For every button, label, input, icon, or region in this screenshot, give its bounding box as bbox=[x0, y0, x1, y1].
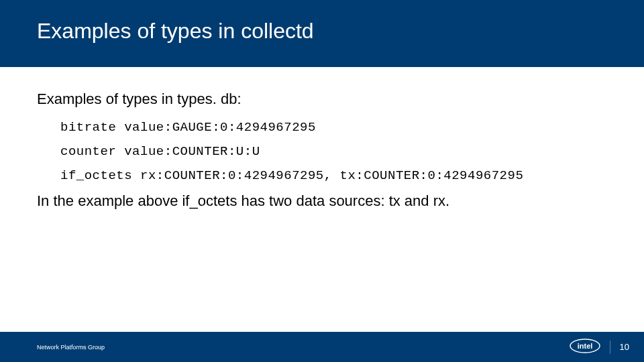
title-band: Examples of types in collectd bbox=[0, 0, 644, 67]
code-line: bitrate value:GAUGE:0:4294967295 bbox=[60, 120, 607, 135]
intel-logo-icon: intel bbox=[570, 339, 600, 356]
footer-right: intel 10 bbox=[570, 339, 644, 356]
code-line: counter value:COUNTER:U:U bbox=[60, 144, 607, 159]
code-line: if_octets rx:COUNTER:0:4294967295, tx:CO… bbox=[60, 168, 607, 183]
footer-divider bbox=[610, 341, 610, 354]
footer: Network Platforms Group intel 10 bbox=[0, 332, 644, 362]
page-number: 10 bbox=[620, 342, 629, 352]
explanation-text: In the example above if_octets has two d… bbox=[37, 192, 607, 210]
svg-text:intel: intel bbox=[577, 342, 592, 350]
slide-title: Examples of types in collectd bbox=[37, 19, 607, 44]
footer-group-label: Network Platforms Group bbox=[0, 344, 570, 351]
body-area: Examples of types in types. db: bitrate … bbox=[0, 67, 644, 332]
slide: Examples of types in collectd Examples o… bbox=[0, 0, 644, 362]
subtitle: Examples of types in types. db: bbox=[37, 90, 607, 108]
